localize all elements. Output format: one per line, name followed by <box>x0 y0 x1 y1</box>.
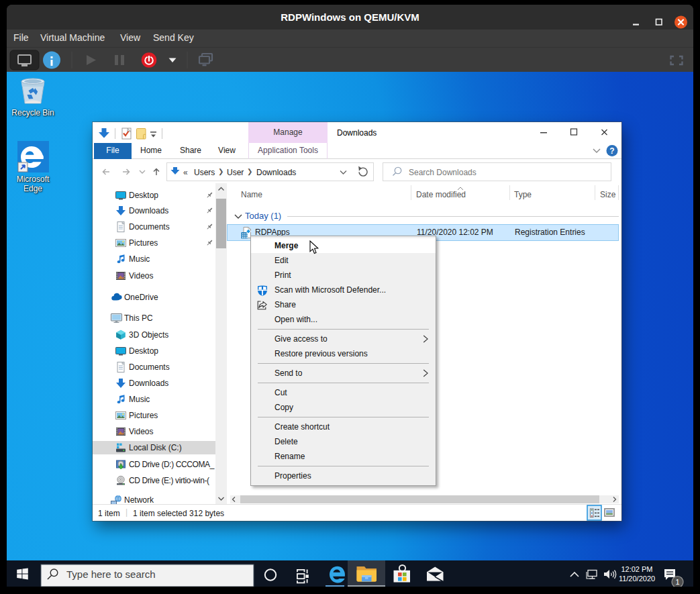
svg-text:?: ? <box>609 146 614 156</box>
svg-text:1: 1 <box>675 578 679 586</box>
